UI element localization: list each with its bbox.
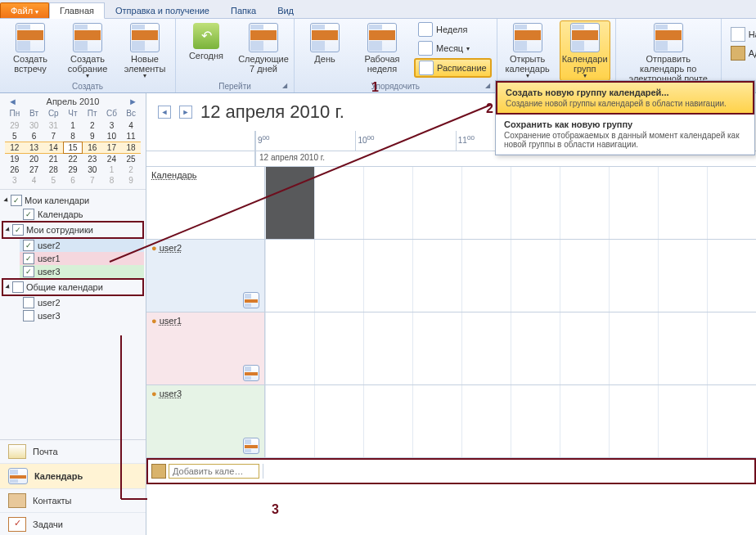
mini-cal-day[interactable]: 5 [5, 131, 25, 142]
mini-cal-day[interactable]: 31 [43, 120, 63, 131]
day-view-button[interactable]: День [299, 20, 350, 65]
week-view-button[interactable]: Неделя [414, 20, 471, 38]
email-calendar-button[interactable]: Отправить календарь по электронной почте [621, 20, 716, 84]
checkbox[interactable] [23, 209, 34, 220]
checkbox[interactable] [23, 266, 34, 277]
mini-cal-day[interactable]: 1 [102, 164, 122, 175]
next-7-days-button[interactable]: Следующие 7 дней [238, 20, 289, 74]
mini-cal-day[interactable]: 6 [63, 175, 83, 186]
checkbox[interactable] [12, 281, 24, 293]
mini-cal-day[interactable]: 6 [25, 131, 44, 142]
add-calendar-input[interactable] [169, 464, 259, 479]
mini-cal-day[interactable]: 30 [25, 120, 44, 131]
mini-cal-day[interactable]: 11 [121, 131, 141, 142]
new-meeting-button[interactable]: Создать собрание▾ [62, 20, 113, 81]
tab-file[interactable]: Файл ▾ [0, 2, 49, 18]
prev-day-button[interactable]: ◄ [158, 106, 171, 119]
tree-item-shared-user2[interactable]: user2 [38, 298, 61, 308]
mini-cal-day[interactable]: 20 [25, 154, 44, 164]
mini-cal-day[interactable]: 15 [63, 142, 83, 154]
mini-cal-day[interactable]: 13 [25, 142, 44, 154]
navigation-pane: ◄ Апрель 2010 ► ПнВтСрЧтПтСбВс 293031123… [0, 93, 146, 535]
mini-cal-day[interactable]: 2 [83, 120, 102, 131]
mini-cal-day[interactable]: 1 [63, 120, 83, 131]
mini-cal-day[interactable]: 25 [121, 154, 141, 164]
tree-item-calendar[interactable]: Календарь [38, 209, 83, 219]
today-button[interactable]: ↶Сегодня [181, 20, 232, 61]
mini-cal-day[interactable]: 8 [63, 131, 83, 142]
tree-group-my-calendars[interactable]: Мои календари [2, 193, 144, 208]
row-label-calendar[interactable]: Календарь [146, 167, 265, 239]
checkbox[interactable] [23, 310, 34, 321]
mini-cal-day[interactable]: 29 [63, 164, 83, 175]
mini-cal-day[interactable]: 19 [5, 154, 25, 164]
mini-cal-day[interactable]: 22 [63, 154, 83, 164]
contacts-icon [8, 493, 26, 508]
mini-cal-day[interactable]: 3 [5, 175, 25, 186]
next-day-button[interactable]: ► [179, 106, 192, 119]
row-label-user1[interactable]: ● user1 [146, 312, 265, 384]
next-month-button[interactable]: ► [125, 97, 141, 106]
checkbox[interactable] [23, 240, 34, 251]
mini-cal-day[interactable]: 7 [43, 131, 63, 142]
checkbox[interactable] [12, 224, 24, 236]
work-week-button[interactable]: Рабочая неделя [357, 20, 407, 74]
month-view-button[interactable]: Месяц ▾ [414, 39, 474, 57]
checkbox[interactable] [11, 195, 22, 206]
nav-tasks[interactable]: ✓Задачи [0, 513, 146, 535]
mini-cal-day[interactable]: 21 [43, 154, 63, 164]
tab-view[interactable]: Вид [267, 2, 304, 18]
nav-contacts[interactable]: Контакты [0, 489, 146, 513]
mini-cal-day[interactable]: 4 [25, 175, 44, 186]
mini-cal-day[interactable]: 10 [102, 131, 122, 142]
mini-cal-day[interactable]: 26 [5, 164, 25, 175]
mini-cal-day[interactable]: 30 [83, 164, 102, 175]
calendar-groups-button[interactable]: Календари групп▾ [560, 20, 610, 81]
address-book-button[interactable]: Адресная книга [727, 44, 756, 62]
schedule-grid[interactable]: Календарь ● user2 ● user1 ● user3 [146, 167, 756, 535]
mini-cal-day[interactable]: 9 [83, 131, 102, 142]
mini-cal-day[interactable]: 16 [83, 142, 102, 154]
mini-cal-day[interactable]: 9 [121, 175, 141, 186]
mini-cal-day[interactable]: 12 [5, 142, 25, 154]
tree-item-user1[interactable]: user1 [38, 254, 61, 263]
checkbox[interactable] [23, 253, 34, 264]
menu-item-save-as-new-group[interactable]: Сохранить как новую группу Сохранение от… [496, 115, 754, 155]
mini-cal-day[interactable]: 2 [121, 164, 141, 175]
mini-cal-day[interactable]: 27 [25, 164, 44, 175]
mini-cal-day[interactable]: 28 [43, 164, 63, 175]
tree-item-user2[interactable]: user2 [38, 241, 61, 250]
mini-cal-day[interactable]: 3 [102, 120, 122, 131]
mini-cal-day[interactable]: 7 [83, 175, 102, 186]
mini-cal-day[interactable]: 23 [83, 154, 102, 164]
mini-cal-day[interactable]: 14 [43, 142, 63, 154]
person-icon: ● [151, 389, 157, 398]
nav-calendar[interactable]: Календарь [0, 464, 146, 489]
new-items-button[interactable]: Новые элементы▾ [119, 20, 170, 81]
tab-folder[interactable]: Папка [220, 2, 267, 18]
find-contact-input[interactable]: Найти контакт ▾ [727, 25, 756, 43]
tree-item-shared-user3[interactable]: user3 [38, 311, 61, 321]
tree-group-shared-calendars[interactable]: Общие календари [2, 278, 144, 296]
mini-cal-day[interactable]: 8 [102, 175, 122, 186]
tab-home[interactable]: Главная [49, 2, 105, 19]
row-label-user3[interactable]: ● user3 [146, 385, 265, 457]
mini-cal-day[interactable]: 18 [121, 142, 141, 154]
row-label-user2[interactable]: ● user2 [146, 240, 265, 312]
mini-cal-day[interactable]: 24 [102, 154, 122, 164]
menu-item-create-new-group[interactable]: Создать новую группу календарей... Созда… [496, 81, 754, 115]
tree-group-my-coworkers[interactable]: Мои сотрудники [2, 221, 144, 239]
tree-item-user3[interactable]: user3 [38, 267, 61, 276]
mini-cal-day[interactable]: 4 [121, 120, 141, 131]
tab-send-receive[interactable]: Отправка и получение [105, 2, 220, 18]
open-calendar-button[interactable]: Открыть календарь▾ [502, 20, 553, 81]
prev-month-button[interactable]: ◄ [5, 97, 20, 106]
nav-mail[interactable]: Почта [0, 440, 146, 464]
schedule-view-button[interactable]: Расписание [414, 58, 492, 78]
mini-cal-day[interactable]: 5 [43, 175, 63, 186]
mini-cal-day[interactable]: 17 [102, 142, 122, 154]
mini-calendar[interactable]: ◄ Апрель 2010 ► ПнВтСрЧтПтСбВс 293031123… [0, 93, 146, 190]
new-appointment-button[interactable]: Создать встречу [5, 20, 56, 74]
checkbox[interactable] [23, 297, 34, 308]
mini-cal-day[interactable]: 29 [5, 120, 25, 131]
